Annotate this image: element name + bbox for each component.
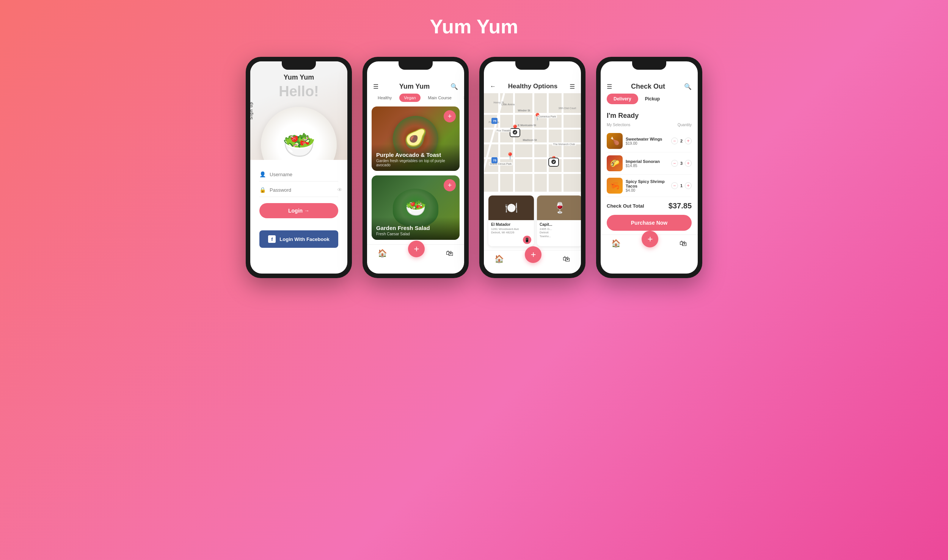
hamburger-menu-icon[interactable]: ☰ bbox=[373, 83, 378, 90]
order-item-sonoran: 🌮 Imperial Sonoran $14.85 − 3 + bbox=[607, 152, 692, 175]
checkout-home-nav-icon[interactable]: 🏠 bbox=[611, 239, 621, 248]
restaurant2-image: 🍷 bbox=[537, 196, 581, 220]
map-pin-3[interactable]: 📍 bbox=[506, 152, 514, 160]
food-card-salad[interactable]: 🥗 Garden Fresh Salad Fresh Caesar Salad … bbox=[372, 175, 460, 240]
filter-tab-sides[interactable]: Sides bbox=[459, 94, 464, 102]
checkout-bottom-nav: 🏠 + 🛍 bbox=[601, 235, 698, 253]
wings-image: 🍗 bbox=[607, 133, 623, 149]
quantity-label: Quantity bbox=[678, 123, 692, 127]
back-arrow-icon[interactable]: ← bbox=[490, 83, 496, 90]
restaurant1-addr: 1261 Woodward AveDetroit, MI 48226 bbox=[491, 227, 531, 234]
login-button[interactable]: Login → bbox=[259, 203, 338, 218]
wings-details: Sweetwater Wings $19.00 bbox=[626, 137, 668, 145]
food-card-avocado[interactable]: 🥑 Purple Avocado & Toast Garden fresh ve… bbox=[372, 106, 460, 171]
map-home-nav-icon[interactable]: 🏠 bbox=[494, 254, 504, 263]
map-nav-add-button[interactable]: + bbox=[525, 246, 541, 263]
shrimp-price: $4.00 bbox=[626, 188, 668, 192]
restaurant1-image: 🍽️ bbox=[488, 196, 534, 220]
restaurant2-addr: 2465 G...Detroit bbox=[540, 227, 580, 234]
shrimp-image: 🦐 bbox=[607, 178, 623, 194]
phone-login: Yum Yum Hello! 🥗 Sign up 👤 🔒 bbox=[246, 57, 352, 278]
sonoran-qty-control: − 3 + bbox=[671, 160, 692, 167]
purchase-button[interactable]: Purchase Now bbox=[607, 215, 692, 231]
delivery-tab-delivery[interactable]: Delivery bbox=[607, 94, 638, 104]
phone-map: ← Healthy Options ☰ bbox=[479, 57, 585, 278]
map-bag-nav-icon[interactable]: 🛍 bbox=[563, 255, 570, 263]
selections-header: My Selections Quantity bbox=[607, 123, 692, 127]
filter-tab-vegan[interactable]: Vegan bbox=[399, 94, 420, 102]
login-app-title: Yum Yum bbox=[250, 74, 347, 81]
shrimp-qty-minus[interactable]: − bbox=[671, 182, 678, 189]
user-icon: 👤 bbox=[259, 171, 266, 177]
home-nav-icon[interactable]: 🏠 bbox=[378, 249, 387, 258]
facebook-icon: f bbox=[268, 235, 276, 243]
bag-nav-icon[interactable]: 🛍 bbox=[446, 249, 454, 258]
call-icon[interactable]: 📱 bbox=[523, 236, 531, 244]
checkout-bag-nav-icon[interactable]: 🛍 bbox=[680, 239, 687, 248]
map-container[interactable]: 📍 📍 📍 📍 Winder St E Montcalm bbox=[484, 93, 581, 192]
search-icon[interactable]: 🔍 bbox=[450, 83, 458, 90]
restaurant2-name: Capit... bbox=[540, 222, 580, 227]
map-header: ← Healthy Options ☰ bbox=[484, 72, 581, 93]
avocado-card-overlay: Purple Avocado & Toast Garden fresh vege… bbox=[372, 144, 460, 171]
filter-tab-healthy[interactable]: Healthy bbox=[373, 94, 396, 102]
login-form: 👤 🔒 👁 Login → bbox=[250, 160, 347, 226]
salad-card-desc: Fresh Caesar Salad bbox=[376, 232, 455, 236]
shrimp-qty-control: − 1 + bbox=[671, 182, 692, 189]
order-item-wings: 🍗 Sweetwater Wings $19.00 − 2 + bbox=[607, 130, 692, 152]
map-bottom-nav: 🏠 + 🛍 bbox=[484, 250, 581, 269]
username-row: 👤 bbox=[259, 167, 338, 181]
sonoran-qty-minus[interactable]: − bbox=[671, 160, 678, 167]
password-input[interactable] bbox=[270, 187, 333, 193]
signup-tab[interactable]: Sign up bbox=[250, 102, 253, 119]
avocado-card-desc: Garden fresh vegetables on top of purple… bbox=[376, 159, 455, 167]
sonoran-name: Imperial Sonoran bbox=[626, 159, 668, 164]
ready-section: I'm Ready My Selections Quantity 🍗 Sweet… bbox=[601, 109, 698, 197]
filter-tabs: Healthy Vegan Main Course Sides bbox=[367, 94, 464, 106]
sonoran-price: $14.85 bbox=[626, 164, 668, 168]
delivery-tab-pickup[interactable]: Pickup bbox=[638, 94, 667, 104]
notch3 bbox=[515, 61, 549, 70]
wings-qty-plus[interactable]: + bbox=[685, 138, 692, 144]
shrimp-details: Spicy Spicy Shrimp Tacos $4.00 bbox=[626, 179, 668, 192]
restaurant1-phone-icon: 📱 bbox=[491, 236, 531, 244]
menu-header: ☰ Yum Yum 🔍 bbox=[367, 72, 464, 94]
checkout-search-icon[interactable]: 🔍 bbox=[684, 83, 692, 90]
notch2 bbox=[399, 61, 433, 70]
username-input[interactable] bbox=[270, 172, 338, 177]
sonoran-qty-plus[interactable]: + bbox=[685, 160, 692, 167]
add-avocado-button[interactable]: + bbox=[444, 110, 456, 122]
map-menu-icon[interactable]: ☰ bbox=[570, 83, 575, 90]
facebook-login-button[interactable]: f Login With Facebook bbox=[259, 230, 338, 248]
checkout-nav-add-button[interactable]: + bbox=[642, 231, 658, 247]
svg-point-0 bbox=[513, 130, 517, 135]
phones-container: Yum Yum Hello! 🥗 Sign up 👤 🔒 bbox=[246, 57, 702, 278]
login-food-background: Yum Yum Hello! 🥗 Sign up bbox=[250, 61, 347, 160]
restaurant-card-1[interactable]: 🍽️ El Matador 1261 Woodward AveDetroit, … bbox=[488, 196, 534, 246]
restaurant-card-2[interactable]: 🍷 Capit... 2465 G...Detroit Townho... bbox=[537, 196, 581, 246]
map-marker-2 bbox=[548, 158, 559, 167]
shrimp-name: Spicy Spicy Shrimp Tacos bbox=[626, 179, 668, 188]
checkout-menu-icon[interactable]: ☰ bbox=[607, 83, 612, 90]
filter-tab-main[interactable]: Main Course bbox=[424, 94, 456, 102]
phone2-screen: ☰ Yum Yum 🔍 Healthy Vegan Main Course Si… bbox=[367, 61, 464, 274]
sonoran-details: Imperial Sonoran $14.85 bbox=[626, 159, 668, 168]
wings-qty-minus[interactable]: − bbox=[671, 138, 678, 144]
menu-bottom-nav: 🏠 + 🛍 bbox=[367, 244, 464, 263]
svg-point-1 bbox=[551, 160, 556, 164]
avocado-card-name: Purple Avocado & Toast bbox=[376, 152, 455, 158]
delivery-tabs: Delivery Pickup bbox=[601, 94, 698, 109]
phone3-screen: ← Healthy Options ☰ bbox=[484, 61, 581, 274]
order-item-shrimp: 🦐 Spicy Spicy Shrimp Tacos $4.00 − 1 + bbox=[607, 175, 692, 197]
wings-price: $19.00 bbox=[626, 141, 668, 145]
login-screen: Yum Yum Hello! 🥗 Sign up 👤 🔒 bbox=[250, 61, 347, 252]
shrimp-qty-plus[interactable]: + bbox=[685, 182, 692, 189]
phone4-screen: ☰ Check Out 🔍 Delivery Pickup I'm Ready … bbox=[601, 61, 698, 274]
nav-add-button[interactable]: + bbox=[408, 241, 425, 257]
password-row: 🔒 👁 bbox=[259, 183, 338, 197]
my-selections-label: My Selections bbox=[607, 123, 630, 127]
wings-name: Sweetwater Wings bbox=[626, 137, 668, 141]
checkout-total: Check Out Total $37.85 bbox=[601, 197, 698, 215]
eye-icon[interactable]: 👁 bbox=[337, 187, 342, 193]
add-salad-button[interactable]: + bbox=[444, 179, 456, 191]
